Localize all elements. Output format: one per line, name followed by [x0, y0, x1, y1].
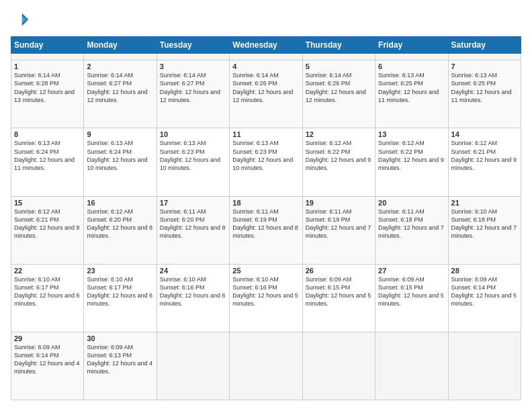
calendar-cell: 13Sunrise: 6:12 AMSunset: 6:22 PMDayligh… — [375, 128, 448, 196]
day-info: Sunrise: 6:13 AMSunset: 6:24 PMDaylight:… — [87, 139, 153, 172]
day-number: 6 — [378, 62, 445, 71]
day-number: 14 — [451, 130, 518, 138]
day-info: Sunrise: 6:12 AMSunset: 6:21 PMDaylight:… — [14, 208, 81, 240]
calendar-cell: 30Sunrise: 6:09 AMSunset: 6:13 PMDayligh… — [84, 332, 157, 400]
day-info: Sunrise: 6:12 AMSunset: 6:21 PMDaylight:… — [451, 139, 518, 172]
day-info: Sunrise: 6:13 AMSunset: 6:23 PMDaylight:… — [160, 139, 226, 172]
day-info: Sunrise: 6:11 AMSunset: 6:19 PMDaylight:… — [232, 208, 299, 240]
day-number: 17 — [160, 199, 226, 207]
calendar-cell: 21Sunrise: 6:10 AMSunset: 6:18 PMDayligh… — [448, 196, 521, 264]
week-row-3: 15Sunrise: 6:12 AMSunset: 6:21 PMDayligh… — [11, 196, 521, 264]
day-number: 13 — [378, 130, 445, 138]
day-number: 12 — [306, 130, 372, 138]
day-number: 8 — [14, 130, 81, 138]
day-info: Sunrise: 6:13 AMSunset: 6:23 PMDaylight:… — [232, 139, 299, 172]
calendar-cell — [375, 54, 448, 60]
week-row-2: 8Sunrise: 6:13 AMSunset: 6:24 PMDaylight… — [11, 128, 521, 196]
week-row-0 — [11, 54, 521, 60]
day-number: 7 — [451, 62, 518, 71]
day-number: 23 — [87, 267, 153, 275]
calendar-cell: 1Sunrise: 6:14 AMSunset: 6:28 PMDaylight… — [11, 60, 84, 128]
calendar-cell: 17Sunrise: 6:11 AMSunset: 6:20 PMDayligh… — [157, 196, 229, 264]
calendar-cell: 10Sunrise: 6:13 AMSunset: 6:23 PMDayligh… — [157, 128, 229, 196]
day-info: Sunrise: 6:14 AMSunset: 6:26 PMDaylight:… — [232, 71, 299, 104]
day-number: 29 — [14, 334, 81, 342]
calendar-cell: 8Sunrise: 6:13 AMSunset: 6:24 PMDaylight… — [11, 128, 84, 196]
day-number: 25 — [232, 267, 299, 275]
day-info: Sunrise: 6:12 AMSunset: 6:20 PMDaylight:… — [87, 208, 153, 240]
day-info: Sunrise: 6:14 AMSunset: 6:27 PMDaylight:… — [87, 71, 153, 104]
day-info: Sunrise: 6:13 AMSunset: 6:24 PMDaylight:… — [14, 139, 81, 172]
day-info: Sunrise: 6:09 AMSunset: 6:14 PMDaylight:… — [451, 275, 518, 308]
calendar-cell: 27Sunrise: 6:09 AMSunset: 6:15 PMDayligh… — [375, 264, 448, 332]
day-info: Sunrise: 6:11 AMSunset: 6:18 PMDaylight:… — [378, 208, 445, 240]
day-header-monday: Monday — [84, 37, 157, 54]
calendar-cell — [448, 54, 521, 60]
day-number: 22 — [14, 267, 81, 275]
day-number: 10 — [160, 130, 226, 138]
day-number: 9 — [87, 130, 153, 138]
calendar-cell — [157, 54, 229, 60]
calendar-cell — [230, 54, 302, 60]
calendar-cell: 19Sunrise: 6:11 AMSunset: 6:19 PMDayligh… — [302, 196, 375, 264]
day-number: 21 — [451, 199, 518, 207]
day-info: Sunrise: 6:12 AMSunset: 6:22 PMDaylight:… — [378, 139, 445, 172]
day-info: Sunrise: 6:11 AMSunset: 6:19 PMDaylight:… — [306, 208, 372, 240]
day-number: 20 — [378, 199, 445, 207]
day-info: Sunrise: 6:14 AMSunset: 6:27 PMDaylight:… — [160, 71, 226, 104]
calendar-cell: 5Sunrise: 6:14 AMSunset: 6:26 PMDaylight… — [302, 60, 375, 128]
day-header-friday: Friday — [375, 37, 448, 54]
day-number: 1 — [14, 62, 81, 71]
day-header-thursday: Thursday — [302, 37, 375, 54]
day-info: Sunrise: 6:10 AMSunset: 6:16 PMDaylight:… — [160, 275, 226, 308]
day-info: Sunrise: 6:10 AMSunset: 6:17 PMDaylight:… — [14, 275, 81, 308]
logo-icon — [11, 11, 30, 30]
week-row-5: 29Sunrise: 6:09 AMSunset: 6:14 PMDayligh… — [11, 332, 521, 400]
day-header-wednesday: Wednesday — [230, 37, 302, 54]
day-info: Sunrise: 6:14 AMSunset: 6:26 PMDaylight:… — [306, 71, 372, 104]
calendar-cell: 20Sunrise: 6:11 AMSunset: 6:18 PMDayligh… — [375, 196, 448, 264]
calendar-cell — [375, 332, 448, 400]
day-number: 5 — [306, 62, 372, 71]
day-info: Sunrise: 6:11 AMSunset: 6:20 PMDaylight:… — [160, 208, 226, 240]
day-number: 11 — [232, 130, 299, 138]
calendar-cell: 16Sunrise: 6:12 AMSunset: 6:20 PMDayligh… — [84, 196, 157, 264]
day-info: Sunrise: 6:10 AMSunset: 6:17 PMDaylight:… — [87, 275, 153, 308]
calendar-cell — [302, 332, 375, 400]
day-number: 30 — [87, 334, 153, 342]
day-header-sunday: Sunday — [11, 37, 84, 54]
header — [11, 11, 521, 30]
week-row-1: 1Sunrise: 6:14 AMSunset: 6:28 PMDaylight… — [11, 60, 521, 128]
day-number: 15 — [14, 199, 81, 207]
day-info: Sunrise: 6:12 AMSunset: 6:22 PMDaylight:… — [306, 139, 372, 172]
calendar-cell — [11, 54, 84, 60]
calendar-cell: 12Sunrise: 6:12 AMSunset: 6:22 PMDayligh… — [302, 128, 375, 196]
day-number: 19 — [306, 199, 372, 207]
calendar-cell: 6Sunrise: 6:13 AMSunset: 6:25 PMDaylight… — [375, 60, 448, 128]
logo — [11, 11, 32, 30]
calendar-cell: 4Sunrise: 6:14 AMSunset: 6:26 PMDaylight… — [230, 60, 302, 128]
calendar-cell: 9Sunrise: 6:13 AMSunset: 6:24 PMDaylight… — [84, 128, 157, 196]
day-info: Sunrise: 6:09 AMSunset: 6:15 PMDaylight:… — [306, 275, 372, 308]
calendar-cell: 23Sunrise: 6:10 AMSunset: 6:17 PMDayligh… — [84, 264, 157, 332]
day-number: 16 — [87, 199, 153, 207]
calendar-cell — [157, 332, 229, 400]
calendar-cell — [84, 54, 157, 60]
calendar-table: SundayMondayTuesdayWednesdayThursdayFrid… — [11, 36, 521, 400]
day-header-saturday: Saturday — [448, 37, 521, 54]
day-info: Sunrise: 6:09 AMSunset: 6:15 PMDaylight:… — [378, 275, 445, 308]
day-info: Sunrise: 6:14 AMSunset: 6:28 PMDaylight:… — [14, 71, 81, 104]
calendar-cell: 15Sunrise: 6:12 AMSunset: 6:21 PMDayligh… — [11, 196, 84, 264]
day-info: Sunrise: 6:10 AMSunset: 6:18 PMDaylight:… — [451, 208, 518, 240]
day-number: 27 — [378, 267, 445, 275]
calendar-cell: 11Sunrise: 6:13 AMSunset: 6:23 PMDayligh… — [230, 128, 302, 196]
day-header-tuesday: Tuesday — [157, 37, 229, 54]
week-row-4: 22Sunrise: 6:10 AMSunset: 6:17 PMDayligh… — [11, 264, 521, 332]
day-number: 4 — [232, 62, 299, 71]
calendar-cell: 28Sunrise: 6:09 AMSunset: 6:14 PMDayligh… — [448, 264, 521, 332]
day-info: Sunrise: 6:09 AMSunset: 6:13 PMDaylight:… — [87, 343, 153, 376]
calendar-cell: 29Sunrise: 6:09 AMSunset: 6:14 PMDayligh… — [11, 332, 84, 400]
calendar-cell: 24Sunrise: 6:10 AMSunset: 6:16 PMDayligh… — [157, 264, 229, 332]
calendar-cell: 14Sunrise: 6:12 AMSunset: 6:21 PMDayligh… — [448, 128, 521, 196]
day-info: Sunrise: 6:10 AMSunset: 6:16 PMDaylight:… — [232, 275, 299, 308]
